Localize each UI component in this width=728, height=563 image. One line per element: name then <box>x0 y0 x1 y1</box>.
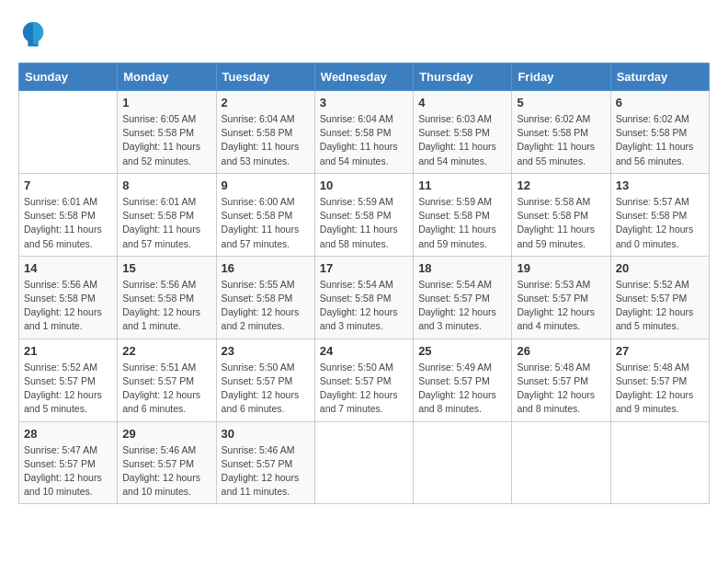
day-info: Sunrise: 5:52 AM Sunset: 5:57 PM Dayligh… <box>24 361 112 417</box>
day-number: 29 <box>122 427 210 441</box>
calendar-cell: 20Sunrise: 5:52 AM Sunset: 5:57 PM Dayli… <box>610 256 709 339</box>
calendar-cell: 30Sunrise: 5:46 AM Sunset: 5:57 PM Dayli… <box>216 421 314 504</box>
day-number: 25 <box>418 344 506 358</box>
day-number: 30 <box>222 427 310 441</box>
day-number: 17 <box>320 261 408 275</box>
day-number: 7 <box>24 178 112 192</box>
day-number: 19 <box>517 261 605 275</box>
day-number: 8 <box>122 178 210 192</box>
day-info: Sunrise: 5:55 AM Sunset: 5:58 PM Dayligh… <box>222 278 310 334</box>
day-info: Sunrise: 5:49 AM Sunset: 5:57 PM Dayligh… <box>418 361 506 417</box>
day-info: Sunrise: 5:48 AM Sunset: 5:57 PM Dayligh… <box>616 361 704 417</box>
day-info: Sunrise: 5:59 AM Sunset: 5:58 PM Dayligh… <box>320 195 408 251</box>
day-number: 12 <box>517 178 605 192</box>
day-number: 18 <box>418 261 506 275</box>
day-number: 15 <box>122 261 210 275</box>
calendar-table: SundayMondayTuesdayWednesdayThursdayFrid… <box>18 63 710 504</box>
logo-icon <box>18 18 48 48</box>
weekday-header-friday: Friday <box>512 63 610 91</box>
weekday-header-monday: Monday <box>118 63 216 91</box>
day-info: Sunrise: 6:01 AM Sunset: 5:58 PM Dayligh… <box>24 195 112 251</box>
day-number: 22 <box>122 344 210 358</box>
calendar-cell: 24Sunrise: 5:50 AM Sunset: 5:57 PM Dayli… <box>314 339 413 421</box>
day-info: Sunrise: 5:46 AM Sunset: 5:57 PM Dayligh… <box>122 443 210 500</box>
day-info: Sunrise: 5:51 AM Sunset: 5:57 PM Dayligh… <box>122 361 210 417</box>
calendar-cell: 2Sunrise: 6:04 AM Sunset: 5:58 PM Daylig… <box>216 91 314 174</box>
calendar-cell: 23Sunrise: 5:50 AM Sunset: 5:57 PM Dayli… <box>216 339 314 421</box>
calendar-cell: 25Sunrise: 5:49 AM Sunset: 5:57 PM Dayli… <box>414 339 512 421</box>
calendar-week-row: 28Sunrise: 5:47 AM Sunset: 5:57 PM Dayli… <box>19 421 710 504</box>
calendar-cell: 26Sunrise: 5:48 AM Sunset: 5:57 PM Dayli… <box>512 339 610 421</box>
day-number: 20 <box>616 261 704 275</box>
day-info: Sunrise: 5:50 AM Sunset: 5:57 PM Dayligh… <box>320 361 408 417</box>
day-info: Sunrise: 6:05 AM Sunset: 5:58 PM Dayligh… <box>122 112 210 168</box>
calendar-week-row: 14Sunrise: 5:56 AM Sunset: 5:58 PM Dayli… <box>19 256 710 339</box>
calendar-cell: 1Sunrise: 6:05 AM Sunset: 5:58 PM Daylig… <box>118 91 216 174</box>
calendar-cell: 22Sunrise: 5:51 AM Sunset: 5:57 PM Dayli… <box>118 339 216 421</box>
day-info: Sunrise: 5:48 AM Sunset: 5:57 PM Dayligh… <box>517 361 605 417</box>
day-number: 14 <box>24 261 112 275</box>
day-info: Sunrise: 6:03 AM Sunset: 5:58 PM Dayligh… <box>418 112 506 168</box>
calendar-cell: 27Sunrise: 5:48 AM Sunset: 5:57 PM Dayli… <box>610 339 709 421</box>
day-info: Sunrise: 5:50 AM Sunset: 5:57 PM Dayligh… <box>222 361 310 417</box>
calendar-cell: 9Sunrise: 6:00 AM Sunset: 5:58 PM Daylig… <box>216 173 314 256</box>
weekday-header-sunday: Sunday <box>19 63 118 91</box>
calendar-cell: 21Sunrise: 5:52 AM Sunset: 5:57 PM Dayli… <box>19 339 118 421</box>
calendar-cell <box>414 421 512 504</box>
calendar-cell: 29Sunrise: 5:46 AM Sunset: 5:57 PM Dayli… <box>118 421 216 504</box>
day-info: Sunrise: 5:54 AM Sunset: 5:57 PM Dayligh… <box>418 278 506 334</box>
day-number: 28 <box>24 427 112 441</box>
logo <box>18 18 51 48</box>
day-number: 13 <box>616 178 704 192</box>
calendar-cell: 17Sunrise: 5:54 AM Sunset: 5:58 PM Dayli… <box>314 256 413 339</box>
day-info: Sunrise: 5:59 AM Sunset: 5:58 PM Dayligh… <box>418 195 506 251</box>
day-info: Sunrise: 5:57 AM Sunset: 5:58 PM Dayligh… <box>616 195 704 251</box>
calendar-cell: 4Sunrise: 6:03 AM Sunset: 5:58 PM Daylig… <box>414 91 512 174</box>
calendar-week-row: 21Sunrise: 5:52 AM Sunset: 5:57 PM Dayli… <box>19 339 710 421</box>
calendar-cell: 10Sunrise: 5:59 AM Sunset: 5:58 PM Dayli… <box>314 173 413 256</box>
day-info: Sunrise: 5:56 AM Sunset: 5:58 PM Dayligh… <box>122 278 210 334</box>
calendar-cell: 19Sunrise: 5:53 AM Sunset: 5:57 PM Dayli… <box>512 256 610 339</box>
day-info: Sunrise: 5:58 AM Sunset: 5:58 PM Dayligh… <box>517 195 605 251</box>
day-number: 3 <box>320 96 408 109</box>
calendar-cell: 7Sunrise: 6:01 AM Sunset: 5:58 PM Daylig… <box>19 173 118 256</box>
calendar-cell: 18Sunrise: 5:54 AM Sunset: 5:57 PM Dayli… <box>414 256 512 339</box>
calendar-cell <box>19 91 118 174</box>
calendar-cell: 14Sunrise: 5:56 AM Sunset: 5:58 PM Dayli… <box>19 256 118 339</box>
day-info: Sunrise: 5:53 AM Sunset: 5:57 PM Dayligh… <box>517 278 605 334</box>
calendar-cell <box>314 421 413 504</box>
day-number: 24 <box>320 344 408 358</box>
calendar-cell: 8Sunrise: 6:01 AM Sunset: 5:58 PM Daylig… <box>118 173 216 256</box>
day-info: Sunrise: 5:46 AM Sunset: 5:57 PM Dayligh… <box>222 443 310 500</box>
day-info: Sunrise: 5:47 AM Sunset: 5:57 PM Dayligh… <box>24 443 112 500</box>
calendar-header-row: SundayMondayTuesdayWednesdayThursdayFrid… <box>19 63 710 91</box>
day-number: 26 <box>517 344 605 358</box>
day-info: Sunrise: 5:52 AM Sunset: 5:57 PM Dayligh… <box>616 278 704 334</box>
weekday-header-saturday: Saturday <box>610 63 709 91</box>
day-number: 1 <box>122 96 210 109</box>
calendar-cell: 13Sunrise: 5:57 AM Sunset: 5:58 PM Dayli… <box>610 173 709 256</box>
day-number: 23 <box>222 344 310 358</box>
calendar-cell <box>512 421 610 504</box>
day-number: 16 <box>222 261 310 275</box>
day-info: Sunrise: 6:02 AM Sunset: 5:58 PM Dayligh… <box>517 112 605 168</box>
day-number: 27 <box>616 344 704 358</box>
day-info: Sunrise: 6:04 AM Sunset: 5:58 PM Dayligh… <box>320 112 408 168</box>
calendar-cell: 3Sunrise: 6:04 AM Sunset: 5:58 PM Daylig… <box>314 91 413 174</box>
weekday-header-tuesday: Tuesday <box>216 63 314 91</box>
calendar-cell: 11Sunrise: 5:59 AM Sunset: 5:58 PM Dayli… <box>414 173 512 256</box>
calendar-week-row: 1Sunrise: 6:05 AM Sunset: 5:58 PM Daylig… <box>19 91 710 174</box>
day-info: Sunrise: 6:01 AM Sunset: 5:58 PM Dayligh… <box>122 195 210 251</box>
calendar-cell: 16Sunrise: 5:55 AM Sunset: 5:58 PM Dayli… <box>216 256 314 339</box>
day-number: 9 <box>222 178 310 192</box>
calendar-cell <box>610 421 709 504</box>
day-number: 5 <box>517 96 605 109</box>
calendar-cell: 12Sunrise: 5:58 AM Sunset: 5:58 PM Dayli… <box>512 173 610 256</box>
day-info: Sunrise: 6:04 AM Sunset: 5:58 PM Dayligh… <box>222 112 310 168</box>
calendar-cell: 6Sunrise: 6:02 AM Sunset: 5:58 PM Daylig… <box>610 91 709 174</box>
day-number: 6 <box>616 96 704 109</box>
day-info: Sunrise: 6:02 AM Sunset: 5:58 PM Dayligh… <box>616 112 704 168</box>
day-number: 21 <box>24 344 112 358</box>
calendar-cell: 15Sunrise: 5:56 AM Sunset: 5:58 PM Dayli… <box>118 256 216 339</box>
calendar-cell: 28Sunrise: 5:47 AM Sunset: 5:57 PM Dayli… <box>19 421 118 504</box>
